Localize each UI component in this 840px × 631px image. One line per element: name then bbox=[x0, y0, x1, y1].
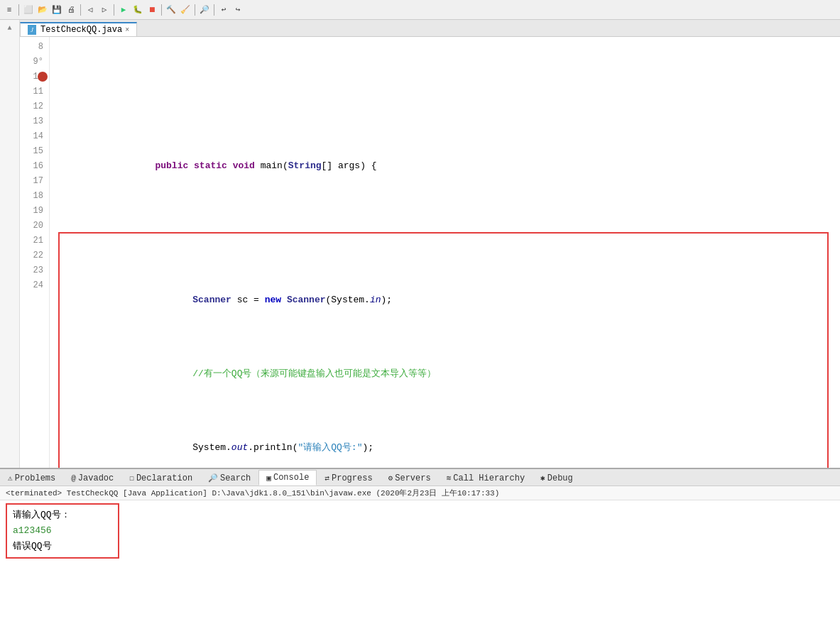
code-line-11: //有一个QQ号（来源可能键盘输入也可能是文本导入等等） bbox=[60, 366, 827, 381]
line-numbers: 8 9° 10 11 12 13 14 15 16 17 18 19 20 21 bbox=[20, 37, 50, 468]
toolbar-icon-prev[interactable]: ◁ bbox=[84, 4, 97, 16]
tab-problems[interactable]: ⚠ Problems bbox=[0, 470, 63, 485]
code-editor[interactable]: 8 9° 10 11 12 13 14 15 16 17 18 19 20 21 bbox=[20, 37, 840, 468]
tab-servers-label: Servers bbox=[395, 473, 430, 483]
line-num-20: 20 bbox=[23, 219, 43, 234]
tab-declaration[interactable]: ☐ Declaration bbox=[121, 470, 200, 485]
code-system-12: System. bbox=[192, 440, 231, 455]
console-icon: ▣ bbox=[266, 473, 271, 483]
toolbar: ≡ ⬜ 📂 💾 🖨 ◁ ▷ ▶ 🐛 ⏹ 🔨 🧹 🔎 ↩ ↪ bbox=[0, 0, 840, 20]
tab-progress[interactable]: ⇄ Progress bbox=[317, 470, 380, 485]
keyword-static: static bbox=[194, 158, 227, 173]
toolbar-separator-2 bbox=[80, 4, 81, 16]
tab-javadoc-label: Javadoc bbox=[78, 473, 114, 483]
method-out-12: out bbox=[231, 440, 248, 455]
code-editor-inner: 8 9° 10 11 12 13 14 15 16 17 18 19 20 21 bbox=[20, 37, 840, 468]
code-line-8 bbox=[55, 84, 834, 99]
line-num-17: 17 bbox=[23, 174, 43, 189]
console-header: <terminated> TestCheckQQ [Java Applicati… bbox=[0, 486, 840, 500]
var-sc: sc = bbox=[237, 292, 265, 307]
code-line-9: public static void main(String[] args) { bbox=[55, 158, 834, 173]
keyword-void: void bbox=[233, 158, 255, 173]
code-println-12: .println( bbox=[248, 440, 298, 455]
bottom-tabs: ⚠ Problems @ Javadoc ☐ Declaration 🔎 Sea… bbox=[0, 469, 840, 486]
toolbar-icon-new[interactable]: ⬜ bbox=[22, 4, 35, 16]
toolbar-separator-3 bbox=[114, 4, 114, 16]
code-line-12: System.out.println("请输入QQ号:"); bbox=[60, 440, 827, 455]
toolbar-icon-save[interactable]: 💾 bbox=[50, 4, 63, 16]
console-body: 请输入QQ号： a123456 错误QQ号 bbox=[0, 500, 840, 561]
tab-call-hierarchy-label: Call Hierarchy bbox=[453, 473, 525, 483]
tab-console[interactable]: ▣ Console bbox=[258, 470, 317, 485]
tab-debug[interactable]: ✱ Debug bbox=[533, 470, 581, 485]
code-semi: ); bbox=[381, 292, 393, 307]
line-num-13: 13 bbox=[23, 114, 43, 129]
highlight-box: Scanner sc = new Scanner(System.in); //有… bbox=[58, 232, 829, 468]
tab-progress-label: Progress bbox=[332, 473, 373, 483]
tab-search-label: Search bbox=[220, 473, 251, 483]
line-num-14: 14 bbox=[23, 129, 43, 144]
type-string: String bbox=[288, 158, 322, 173]
editor-tabs: J TestCheckQQ.java × bbox=[20, 20, 840, 37]
toolbar-icon-next[interactable]: ▷ bbox=[98, 4, 111, 16]
tab-servers[interactable]: ⚙ Servers bbox=[381, 470, 439, 485]
toolbar-separator-4 bbox=[161, 4, 162, 16]
toolbar-icon-search[interactable]: 🔎 bbox=[198, 4, 211, 16]
toolbar-icon-clean[interactable]: 🧹 bbox=[179, 4, 192, 16]
editor-area: ▲ J TestCheckQQ.java × 8 9° 10 bbox=[0, 20, 840, 468]
toolbar-separator-5 bbox=[195, 4, 195, 16]
servers-icon: ⚙ bbox=[388, 473, 393, 483]
line-num-19: 19 bbox=[23, 204, 43, 219]
tab-debug-label: Debug bbox=[547, 473, 573, 483]
call-hierarchy-icon: ≋ bbox=[447, 473, 452, 483]
code-content[interactable]: public static void main(String[] args) {… bbox=[50, 37, 840, 468]
console-output-box: 请输入QQ号： a123456 错误QQ号 bbox=[6, 503, 119, 559]
line-num-21: 21 bbox=[23, 234, 43, 248]
toolbar-icon-debug[interactable]: 🐛 bbox=[131, 4, 144, 16]
toolbar-icon-stop[interactable]: ⏹ bbox=[146, 4, 158, 16]
declaration-icon: ☐ bbox=[129, 473, 134, 483]
toolbar-icon-build[interactable]: 🔨 bbox=[165, 4, 178, 16]
keyword-new: new bbox=[265, 292, 281, 307]
line-num-9: 9° bbox=[23, 55, 43, 70]
keyword-public: public bbox=[155, 158, 188, 173]
comment-11: //有一个QQ号（来源可能键盘输入也可能是文本导入等等） bbox=[192, 366, 436, 381]
tab-call-hierarchy[interactable]: ≋ Call Hierarchy bbox=[439, 470, 533, 485]
search-icon: 🔎 bbox=[208, 473, 218, 483]
type-scanner-2: Scanner bbox=[287, 292, 326, 307]
editor-column: J TestCheckQQ.java × 8 9° 10 11 12 13 bbox=[20, 20, 840, 468]
tab-close-button[interactable]: × bbox=[125, 26, 129, 34]
string-12: "请输入QQ号:" bbox=[298, 440, 362, 455]
main-container: ▲ J TestCheckQQ.java × 8 9° 10 bbox=[0, 20, 840, 631]
toolbar-icon-redo[interactable]: ↪ bbox=[231, 4, 244, 16]
tab-console-label: Console bbox=[273, 473, 309, 483]
type-scanner: Scanner bbox=[192, 292, 231, 307]
toolbar-separator-1 bbox=[18, 4, 19, 16]
toolbar-icon-open[interactable]: 📂 bbox=[36, 4, 49, 16]
toolbar-icon-menu[interactable]: ≡ bbox=[3, 4, 16, 16]
code-bracket: [] args) { bbox=[322, 158, 377, 173]
tab-javadoc[interactable]: @ Javadoc bbox=[63, 470, 121, 485]
line-num-24: 24 bbox=[23, 278, 43, 293]
toolbar-icon-print[interactable]: 🖨 bbox=[65, 4, 77, 16]
left-margin: ▲ bbox=[0, 20, 20, 468]
toolbar-separator-6 bbox=[214, 4, 214, 16]
tab-problems-label: Problems bbox=[15, 473, 56, 483]
line-num-11: 11 bbox=[23, 84, 43, 99]
problems-icon: ⚠ bbox=[8, 473, 13, 483]
console-line-1: 请输入QQ号： bbox=[13, 507, 112, 523]
line-num-22: 22 bbox=[23, 248, 43, 263]
toolbar-icon-undo[interactable]: ↩ bbox=[217, 4, 230, 16]
line-num-10: 10 bbox=[23, 70, 43, 84]
console-line-2: a123456 bbox=[13, 523, 112, 539]
tab-testcheckqq[interactable]: J TestCheckQQ.java × bbox=[20, 22, 137, 36]
bottom-panel: ⚠ Problems @ Javadoc ☐ Declaration 🔎 Sea… bbox=[0, 468, 840, 631]
toolbar-icon-run[interactable]: ▶ bbox=[117, 4, 130, 16]
tab-search[interactable]: 🔎 Search bbox=[200, 470, 258, 485]
line-num-15: 15 bbox=[23, 144, 43, 159]
line-num-16: 16 bbox=[23, 159, 43, 174]
line-num-8: 8 bbox=[23, 40, 43, 55]
console-line-3: 错误QQ号 bbox=[13, 539, 112, 554]
code-line-10: Scanner sc = new Scanner(System.in); bbox=[60, 292, 827, 307]
line-num-12: 12 bbox=[23, 99, 43, 114]
